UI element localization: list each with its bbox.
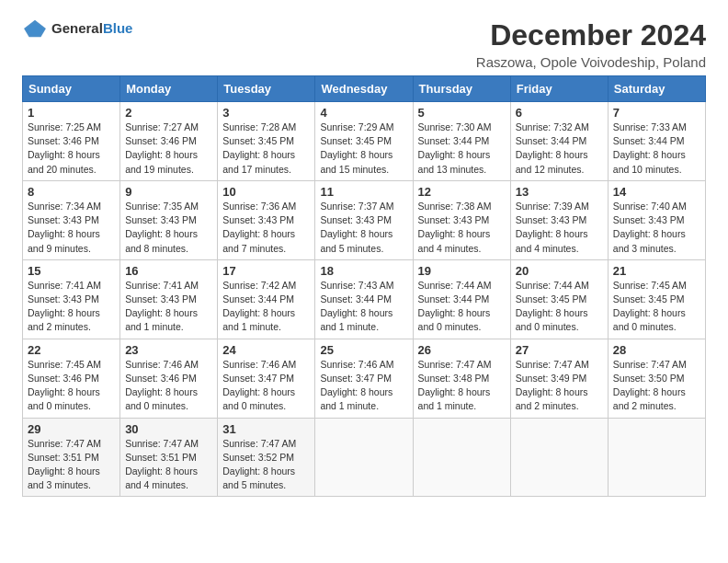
calendar-cell: 8Sunrise: 7:34 AMSunset: 3:43 PMDaylight…	[23, 180, 120, 259]
day-number: 13	[516, 185, 603, 199]
day-info: Sunrise: 7:39 AMSunset: 3:43 PMDaylight:…	[516, 200, 603, 256]
day-info: Sunrise: 7:46 AMSunset: 3:47 PMDaylight:…	[222, 358, 310, 414]
calendar-header-row: Sunday Monday Tuesday Wednesday Thursday…	[23, 76, 706, 102]
day-info: Sunrise: 7:47 AMSunset: 3:51 PMDaylight:…	[125, 437, 212, 493]
calendar-cell: 17Sunrise: 7:42 AMSunset: 3:44 PMDayligh…	[218, 259, 315, 339]
day-number: 16	[125, 264, 212, 278]
logo-text-blue: Blue	[103, 20, 133, 36]
calendar-cell: 11Sunrise: 7:37 AMSunset: 3:43 PMDayligh…	[315, 180, 413, 259]
day-info: Sunrise: 7:38 AMSunset: 3:43 PMDaylight:…	[418, 200, 506, 256]
page-header: GeneralBlue December 2024 Raszowa, Opole…	[22, 18, 706, 70]
day-info: Sunrise: 7:43 AMSunset: 3:44 PMDaylight:…	[320, 279, 407, 335]
day-number: 26	[418, 343, 506, 357]
day-info: Sunrise: 7:44 AMSunset: 3:45 PMDaylight:…	[516, 279, 603, 335]
day-number: 29	[28, 422, 115, 436]
day-number: 1	[28, 106, 115, 120]
day-number: 14	[613, 185, 700, 199]
day-info: Sunrise: 7:47 AMSunset: 3:49 PMDaylight:…	[516, 358, 603, 414]
day-info: Sunrise: 7:47 AMSunset: 3:51 PMDaylight:…	[28, 437, 115, 493]
day-number: 28	[613, 343, 700, 357]
day-number: 4	[320, 106, 407, 120]
calendar-cell: 24Sunrise: 7:46 AMSunset: 3:47 PMDayligh…	[218, 339, 315, 418]
calendar-cell: 26Sunrise: 7:47 AMSunset: 3:48 PMDayligh…	[413, 339, 510, 418]
calendar-cell: 7Sunrise: 7:33 AMSunset: 3:44 PMDaylight…	[608, 102, 705, 181]
day-info: Sunrise: 7:46 AMSunset: 3:47 PMDaylight:…	[320, 358, 407, 414]
col-saturday: Saturday	[608, 76, 705, 102]
day-number: 8	[28, 185, 115, 199]
col-sunday: Sunday	[23, 76, 120, 102]
day-info: Sunrise: 7:41 AMSunset: 3:43 PMDaylight:…	[28, 279, 115, 335]
calendar-cell: 25Sunrise: 7:46 AMSunset: 3:47 PMDayligh…	[315, 339, 413, 418]
day-number: 21	[613, 264, 700, 278]
day-info: Sunrise: 7:28 AMSunset: 3:45 PMDaylight:…	[222, 121, 310, 177]
logo-text-general: General	[51, 20, 103, 36]
logo-icon	[22, 18, 48, 39]
calendar-row: 8Sunrise: 7:34 AMSunset: 3:43 PMDaylight…	[23, 180, 706, 259]
calendar-cell: 31Sunrise: 7:47 AMSunset: 3:52 PMDayligh…	[218, 418, 315, 497]
day-number: 3	[222, 106, 310, 120]
calendar-cell: 28Sunrise: 7:47 AMSunset: 3:50 PMDayligh…	[608, 339, 705, 418]
day-info: Sunrise: 7:47 AMSunset: 3:50 PMDaylight:…	[613, 358, 700, 414]
calendar-cell: 30Sunrise: 7:47 AMSunset: 3:51 PMDayligh…	[120, 418, 218, 497]
calendar-cell	[315, 418, 413, 497]
calendar-cell: 13Sunrise: 7:39 AMSunset: 3:43 PMDayligh…	[510, 180, 608, 259]
day-info: Sunrise: 7:45 AMSunset: 3:45 PMDaylight:…	[613, 279, 700, 335]
calendar-cell: 29Sunrise: 7:47 AMSunset: 3:51 PMDayligh…	[23, 418, 120, 497]
calendar-cell: 23Sunrise: 7:46 AMSunset: 3:46 PMDayligh…	[120, 339, 218, 418]
calendar-cell: 19Sunrise: 7:44 AMSunset: 3:44 PMDayligh…	[413, 259, 510, 339]
col-wednesday: Wednesday	[315, 76, 413, 102]
day-number: 19	[418, 264, 506, 278]
calendar-cell: 14Sunrise: 7:40 AMSunset: 3:43 PMDayligh…	[608, 180, 705, 259]
calendar-cell: 20Sunrise: 7:44 AMSunset: 3:45 PMDayligh…	[510, 259, 608, 339]
calendar-row: 15Sunrise: 7:41 AMSunset: 3:43 PMDayligh…	[23, 259, 706, 339]
main-title: December 2024	[476, 18, 706, 52]
day-info: Sunrise: 7:42 AMSunset: 3:44 PMDaylight:…	[222, 279, 310, 335]
day-info: Sunrise: 7:34 AMSunset: 3:43 PMDaylight:…	[28, 200, 115, 256]
col-monday: Monday	[120, 76, 218, 102]
calendar-cell: 27Sunrise: 7:47 AMSunset: 3:49 PMDayligh…	[510, 339, 608, 418]
day-info: Sunrise: 7:30 AMSunset: 3:44 PMDaylight:…	[418, 121, 506, 177]
calendar-cell: 12Sunrise: 7:38 AMSunset: 3:43 PMDayligh…	[413, 180, 510, 259]
calendar-cell: 10Sunrise: 7:36 AMSunset: 3:43 PMDayligh…	[218, 180, 315, 259]
day-number: 18	[320, 264, 407, 278]
day-number: 15	[28, 264, 115, 278]
calendar-cell	[608, 418, 705, 497]
day-info: Sunrise: 7:47 AMSunset: 3:52 PMDaylight:…	[222, 437, 310, 493]
calendar-cell: 5Sunrise: 7:30 AMSunset: 3:44 PMDaylight…	[413, 102, 510, 181]
day-number: 9	[125, 185, 212, 199]
day-number: 2	[125, 106, 212, 120]
day-info: Sunrise: 7:36 AMSunset: 3:43 PMDaylight:…	[222, 200, 310, 256]
calendar-cell: 21Sunrise: 7:45 AMSunset: 3:45 PMDayligh…	[608, 259, 705, 339]
day-number: 5	[418, 106, 506, 120]
calendar-cell: 22Sunrise: 7:45 AMSunset: 3:46 PMDayligh…	[23, 339, 120, 418]
day-info: Sunrise: 7:29 AMSunset: 3:45 PMDaylight:…	[320, 121, 407, 177]
calendar-cell: 4Sunrise: 7:29 AMSunset: 3:45 PMDaylight…	[315, 102, 413, 181]
day-number: 30	[125, 422, 212, 436]
day-number: 23	[125, 343, 212, 357]
calendar-row: 1Sunrise: 7:25 AMSunset: 3:46 PMDaylight…	[23, 102, 706, 181]
col-thursday: Thursday	[413, 76, 510, 102]
calendar-cell: 1Sunrise: 7:25 AMSunset: 3:46 PMDaylight…	[23, 102, 120, 181]
day-number: 25	[320, 343, 407, 357]
day-info: Sunrise: 7:32 AMSunset: 3:44 PMDaylight:…	[516, 121, 603, 177]
col-friday: Friday	[510, 76, 608, 102]
calendar-cell: 2Sunrise: 7:27 AMSunset: 3:46 PMDaylight…	[120, 102, 218, 181]
calendar-row: 22Sunrise: 7:45 AMSunset: 3:46 PMDayligh…	[23, 339, 706, 418]
day-info: Sunrise: 7:33 AMSunset: 3:44 PMDaylight:…	[613, 121, 700, 177]
subtitle: Raszowa, Opole Voivodeship, Poland	[476, 54, 706, 70]
calendar-cell: 3Sunrise: 7:28 AMSunset: 3:45 PMDaylight…	[218, 102, 315, 181]
day-info: Sunrise: 7:25 AMSunset: 3:46 PMDaylight:…	[28, 121, 115, 177]
day-number: 20	[516, 264, 603, 278]
calendar-cell	[510, 418, 608, 497]
day-info: Sunrise: 7:37 AMSunset: 3:43 PMDaylight:…	[320, 200, 407, 256]
calendar-cell	[413, 418, 510, 497]
calendar-cell: 9Sunrise: 7:35 AMSunset: 3:43 PMDaylight…	[120, 180, 218, 259]
calendar-row: 29Sunrise: 7:47 AMSunset: 3:51 PMDayligh…	[23, 418, 706, 497]
day-info: Sunrise: 7:46 AMSunset: 3:46 PMDaylight:…	[125, 358, 212, 414]
logo: GeneralBlue	[22, 18, 132, 39]
title-block: December 2024 Raszowa, Opole Voivodeship…	[476, 18, 706, 70]
day-info: Sunrise: 7:27 AMSunset: 3:46 PMDaylight:…	[125, 121, 212, 177]
day-info: Sunrise: 7:45 AMSunset: 3:46 PMDaylight:…	[28, 358, 115, 414]
day-info: Sunrise: 7:41 AMSunset: 3:43 PMDaylight:…	[125, 279, 212, 335]
day-info: Sunrise: 7:47 AMSunset: 3:48 PMDaylight:…	[418, 358, 506, 414]
